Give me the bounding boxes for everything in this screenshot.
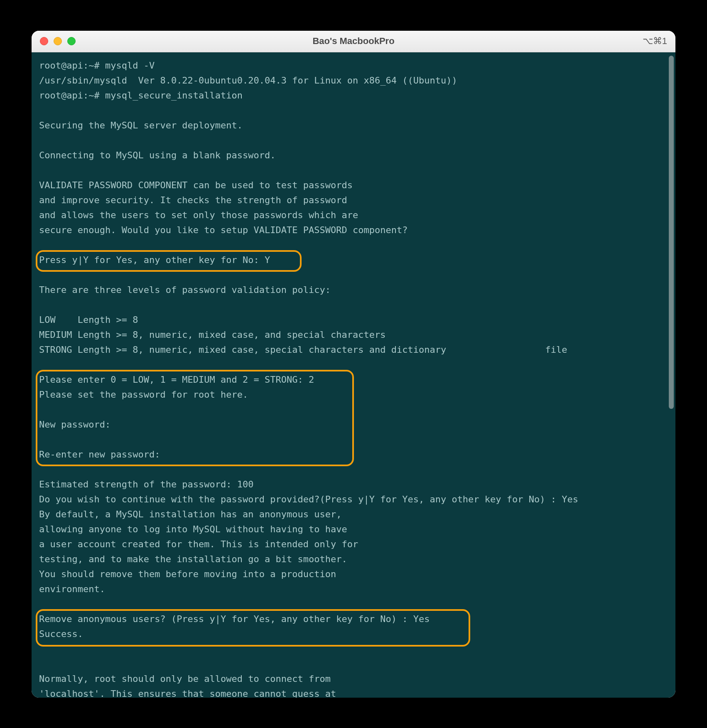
terminal-window: Bao's MacbookPro ⌥⌘1 root@api:~# mysqld … — [32, 31, 675, 698]
terminal-output[interactable]: root@api:~# mysqld -V /usr/sbin/mysqld V… — [32, 52, 675, 698]
scrollbar-thumb[interactable] — [669, 56, 674, 409]
maximize-icon[interactable] — [67, 37, 76, 45]
window-title: Bao's MacbookPro — [32, 36, 675, 47]
window-shortcut: ⌥⌘1 — [643, 36, 667, 47]
terminal-area[interactable]: root@api:~# mysqld -V /usr/sbin/mysqld V… — [32, 52, 675, 698]
titlebar: Bao's MacbookPro ⌥⌘1 — [32, 31, 675, 52]
close-icon[interactable] — [40, 37, 48, 45]
minimize-icon[interactable] — [54, 37, 62, 45]
window-controls — [40, 37, 76, 45]
